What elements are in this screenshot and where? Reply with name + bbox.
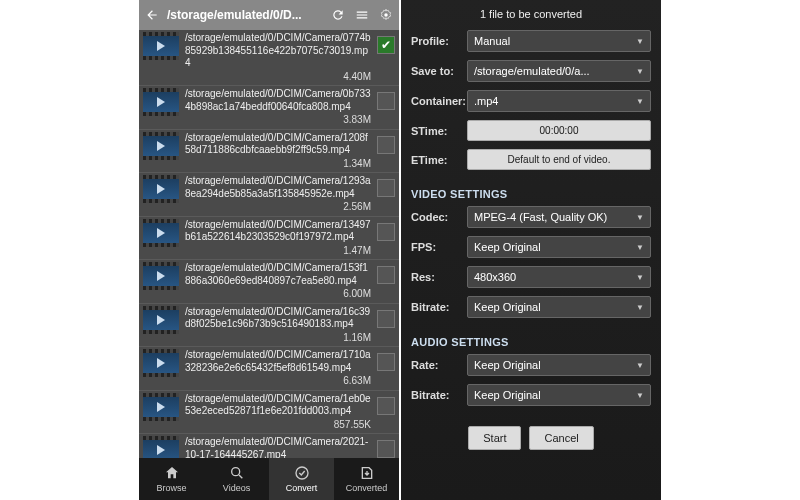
file-checkbox[interactable] [377,353,395,371]
chevron-down-icon: ▼ [636,67,644,76]
file-row[interactable]: /storage/emulated/0/DCIM/Camera/13497b61… [139,217,399,261]
nav-convert[interactable]: Convert [269,458,334,500]
nav-browse[interactable]: Browse [139,458,204,500]
vbitrate-select[interactable]: Keep Original▼ [467,296,651,318]
file-size: 6.00M [185,288,371,301]
file-path: /storage/emulated/0/DCIM/Camera/13497b61… [185,219,371,244]
settings-icon[interactable] [377,6,395,24]
home-icon [164,465,180,481]
cancel-button[interactable]: Cancel [529,426,593,450]
file-path: /storage/emulated/0/DCIM/Camera/2021-10-… [185,436,371,458]
video-thumb-icon [143,132,179,160]
file-info: /storage/emulated/0/DCIM/Camera/1eb0e53e… [185,393,371,432]
video-section-header: VIDEO SETTINGS [411,188,651,200]
video-thumb-icon [143,219,179,247]
etime-label: ETime: [411,154,461,166]
fps-label: FPS: [411,241,461,253]
convert-title: 1 file to be converted [411,8,651,20]
video-thumb-icon [143,436,179,458]
abitrate-select[interactable]: Keep Original▼ [467,384,651,406]
export-icon [359,465,375,481]
saveto-value: /storage/emulated/0/a... [474,65,590,77]
file-row[interactable]: /storage/emulated/0/DCIM/Camera/153f1886… [139,260,399,304]
convert-settings-pane: 1 file to be converted Profile: Manual▼ … [401,0,661,500]
chevron-down-icon: ▼ [636,273,644,282]
file-checkbox[interactable] [377,310,395,328]
file-path: /storage/emulated/0/DCIM/Camera/1208f58d… [185,132,371,157]
file-browser-pane: /storage/emulated/0/D... /storage/emulat… [139,0,399,500]
nav-label: Videos [223,483,250,493]
file-size: 857.55K [185,419,371,432]
file-size: 3.83M [185,114,371,127]
nav-converted[interactable]: Converted [334,458,399,500]
file-row[interactable]: /storage/emulated/0/DCIM/Camera/1710a328… [139,347,399,391]
saveto-label: Save to: [411,65,461,77]
menu-icon[interactable] [353,6,371,24]
stime-label: STime: [411,125,461,137]
file-row[interactable]: /storage/emulated/0/DCIM/Camera/1293a8ea… [139,173,399,217]
chevron-down-icon: ▼ [636,37,644,46]
file-size: 6.63M [185,375,371,388]
file-size: 1.34M [185,158,371,171]
video-thumb-icon [143,175,179,203]
nav-videos[interactable]: Videos [204,458,269,500]
file-info: /storage/emulated/0/DCIM/Camera/153f1886… [185,262,371,301]
refresh-icon[interactable] [329,6,347,24]
chevron-down-icon: ▼ [636,391,644,400]
rate-select[interactable]: Keep Original▼ [467,354,651,376]
container-select[interactable]: .mp4▼ [467,90,651,112]
file-path: /storage/emulated/0/DCIM/Camera/16c39d8f… [185,306,371,331]
file-path: /storage/emulated/0/DCIM/Camera/1eb0e53e… [185,393,371,418]
codec-value: MPEG-4 (Fast, Quality OK) [474,211,607,223]
file-checkbox[interactable] [377,266,395,284]
file-info: /storage/emulated/0/DCIM/Camera/1293a8ea… [185,175,371,214]
stime-button[interactable]: 00:00:00 [467,120,651,141]
file-checkbox[interactable] [377,440,395,458]
fps-value: Keep Original [474,241,541,253]
file-row[interactable]: /storage/emulated/0/DCIM/Camera/0b7334b8… [139,86,399,130]
profile-select[interactable]: Manual▼ [467,30,651,52]
file-checkbox[interactable] [377,136,395,154]
current-path: /storage/emulated/0/D... [167,8,323,22]
container-label: Container: [411,95,461,107]
container-value: .mp4 [474,95,498,107]
convert-icon [294,465,310,481]
svg-point-1 [231,468,239,476]
file-path: /storage/emulated/0/DCIM/Camera/1710a328… [185,349,371,374]
svg-point-2 [296,467,308,479]
file-row[interactable]: /storage/emulated/0/DCIM/Camera/16c39d8f… [139,304,399,348]
res-select[interactable]: 480x360▼ [467,266,651,288]
file-checkbox[interactable] [377,223,395,241]
file-info: /storage/emulated/0/DCIM/Camera/0b7334b8… [185,88,371,127]
file-path: /storage/emulated/0/DCIM/Camera/0774b859… [185,32,371,70]
video-thumb-icon [143,306,179,334]
file-path: /storage/emulated/0/DCIM/Camera/1293a8ea… [185,175,371,200]
start-button[interactable]: Start [468,426,521,450]
chevron-down-icon: ▼ [636,243,644,252]
back-icon[interactable] [143,6,161,24]
file-checkbox[interactable] [377,92,395,110]
video-thumb-icon [143,88,179,116]
codec-select[interactable]: MPEG-4 (Fast, Quality OK)▼ [467,206,651,228]
file-path: /storage/emulated/0/DCIM/Camera/153f1886… [185,262,371,287]
file-checkbox[interactable] [377,179,395,197]
file-checkbox[interactable]: ✔ [377,36,395,54]
fps-select[interactable]: Keep Original▼ [467,236,651,258]
file-row[interactable]: /storage/emulated/0/DCIM/Camera/0774b859… [139,30,399,86]
file-row[interactable]: /storage/emulated/0/DCIM/Camera/2021-10-… [139,434,399,458]
file-info: /storage/emulated/0/DCIM/Camera/13497b61… [185,219,371,258]
file-checkbox[interactable] [377,397,395,415]
bottom-nav: BrowseVideosConvertConverted [139,458,399,500]
file-info: /storage/emulated/0/DCIM/Camera/2021-10-… [185,436,371,458]
nav-label: Browse [156,483,186,493]
file-row[interactable]: /storage/emulated/0/DCIM/Camera/1208f58d… [139,130,399,174]
vbitrate-label: Bitrate: [411,301,461,313]
file-row[interactable]: /storage/emulated/0/DCIM/Camera/1eb0e53e… [139,391,399,435]
video-thumb-icon [143,349,179,377]
nav-label: Convert [286,483,318,493]
file-size: 1.16M [185,332,371,345]
etime-button[interactable]: Default to end of video. [467,149,651,170]
saveto-select[interactable]: /storage/emulated/0/a...▼ [467,60,651,82]
abitrate-value: Keep Original [474,389,541,401]
profile-label: Profile: [411,35,461,47]
